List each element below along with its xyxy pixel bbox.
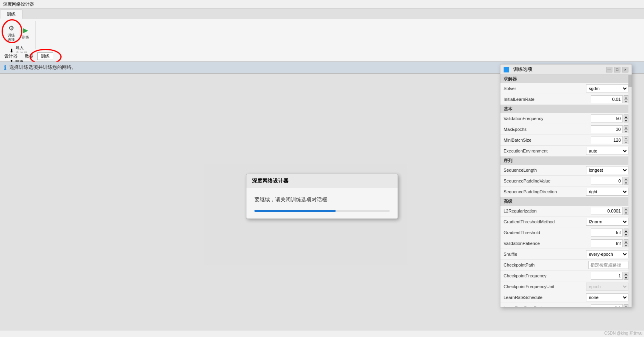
row-CheckpointPath: CheckpointPath xyxy=(500,260,632,271)
section-solver: 求解器 xyxy=(500,75,632,83)
input-InitialLearnRate[interactable] xyxy=(591,95,623,103)
input-GradientThreshold[interactable] xyxy=(591,229,623,237)
select-SequencePaddingDirection[interactable]: right left xyxy=(586,188,628,196)
spin-CheckpointFrequency: ▲ ▼ xyxy=(624,272,628,280)
input-ValidationPatience[interactable] xyxy=(591,239,623,247)
spin-LearnRateDropFactor: ▲ ▼ xyxy=(624,304,628,307)
spin-down-GradientThreshold[interactable]: ▼ xyxy=(624,233,628,237)
select-Shuffle[interactable]: every-epoch once never xyxy=(586,250,628,258)
control-ExecutionEnvironment: auto cpu gpu xyxy=(586,147,628,155)
spin-down-L2Regularization[interactable]: ▼ xyxy=(624,211,628,215)
spin-down-ValidationPatience[interactable]: ▼ xyxy=(624,243,628,247)
row-SequencePaddingDirection: SequencePaddingDirection right left xyxy=(500,187,632,197)
row-MiniBatchSize: MiniBatchSize ▲ ▼ xyxy=(500,135,632,146)
label-LearnRateDropFactor: LearnRateDropFactor xyxy=(504,306,591,307)
settings-button[interactable]: ⚙ 训练选项 xyxy=(5,22,18,43)
options-scroll[interactable]: 求解器 Solver sgdm adam rmsprop InitialLear… xyxy=(500,75,632,307)
run-button[interactable]: ▶ 训练 xyxy=(19,24,32,40)
spin-down-InitialLearnRate[interactable]: ▼ xyxy=(624,99,628,103)
select-GradientThresholdMethod[interactable]: l2norm absolute-value global-l2norm xyxy=(586,218,628,226)
label-ExecutionEnvironment: ExecutionEnvironment xyxy=(504,148,586,153)
row-InitialLearnRate: InitialLearnRate ▲ ▼ xyxy=(500,94,632,105)
spin-up-GradientThreshold[interactable]: ▲ xyxy=(624,229,628,233)
select-LearnRateSchedule[interactable]: none piecewise xyxy=(586,293,628,301)
spin-down-MaxEpochs[interactable]: ▼ xyxy=(624,129,628,133)
spin-down-SequencePaddingValue[interactable]: ▼ xyxy=(624,181,628,185)
spin-up-MiniBatchSize[interactable]: ▲ xyxy=(624,136,628,140)
select-CheckpointFrequencyUnit: epoch xyxy=(586,283,628,291)
label-CheckpointPath: CheckpointPath xyxy=(504,263,588,267)
input-CheckpointPath[interactable] xyxy=(588,261,628,269)
input-L2Regularization[interactable] xyxy=(591,207,623,215)
label-ValidationPatience: ValidationPatience xyxy=(504,241,591,246)
select-Solver[interactable]: sgdm adam rmsprop xyxy=(586,84,628,92)
input-ValidationFrequency[interactable] xyxy=(591,114,623,122)
input-MiniBatchSize[interactable] xyxy=(591,136,623,144)
control-GradientThreshold: ▲ ▼ xyxy=(591,229,628,237)
label-GradientThresholdMethod: GradientThresholdMethod xyxy=(504,219,586,224)
spin-ValidationFrequency: ▲ ▼ xyxy=(624,114,628,122)
label-MaxEpochs: MaxEpochs xyxy=(504,127,591,132)
spin-up-InitialLearnRate[interactable]: ▲ xyxy=(624,95,628,99)
section-advanced: 高级 xyxy=(500,197,632,206)
tab-train[interactable]: 训练 xyxy=(0,10,22,19)
spin-up-L2Regularization[interactable]: ▲ xyxy=(624,207,628,211)
row-ValidationPatience: ValidationPatience ▲ ▼ xyxy=(500,238,632,249)
row-LearnRateDropFactor: LearnRateDropFactor ▲ ▼ xyxy=(500,303,632,307)
settings-label: 训练选项 xyxy=(8,33,15,42)
spin-up-MaxEpochs[interactable]: ▲ xyxy=(624,125,628,129)
spin-up-ValidationFrequency[interactable]: ▲ xyxy=(624,114,628,118)
options-title: 训练选项 xyxy=(513,66,532,73)
minimize-button[interactable]: — xyxy=(606,67,612,72)
ribbon-container: 训练 ⚙ 训练选项 ▶ 训练 xyxy=(0,9,644,62)
label-SequencePaddingDirection: SequencePaddingDirection xyxy=(504,189,586,194)
window-controls: — □ × xyxy=(606,67,628,72)
input-SequencePaddingValue[interactable] xyxy=(591,177,623,185)
control-CheckpointFrequencyUnit: epoch xyxy=(586,283,628,291)
spin-up-LearnRateDropFactor[interactable]: ▲ xyxy=(624,304,628,307)
options-icon xyxy=(504,67,509,72)
select-SequenceLength[interactable]: longest shortest xyxy=(586,166,628,174)
label-GradientThreshold: GradientThreshold xyxy=(504,230,591,235)
spin-down-CheckpointFrequency[interactable]: ▼ xyxy=(624,276,628,280)
input-MaxEpochs[interactable] xyxy=(591,125,623,133)
control-MiniBatchSize: ▲ ▼ xyxy=(591,136,628,144)
run-label: 训练 xyxy=(22,35,29,40)
settings-icon: ⚙ xyxy=(6,23,16,33)
row-ValidationFrequency: ValidationFrequency ▲ ▼ xyxy=(500,113,632,124)
modal-body: 要继续，请关闭训练选项对话框. xyxy=(246,188,398,219)
section-sequence: 序列 xyxy=(500,156,632,165)
maximize-button[interactable]: □ xyxy=(614,67,620,72)
app-title: 深度网络设计器 xyxy=(3,1,34,7)
spin-L2Regularization: ▲ ▼ xyxy=(624,207,628,215)
select-ExecutionEnvironment[interactable]: auto cpu gpu xyxy=(586,147,628,155)
input-CheckpointFrequency[interactable] xyxy=(591,272,623,280)
input-LearnRateDropFactor[interactable] xyxy=(591,304,623,307)
training-options-panel: 训练选项 — □ × 求解器 Solver sgdm adam rmsprop … xyxy=(500,64,632,307)
ribbon-tabs: 训练 xyxy=(0,9,644,19)
modal-message: 要继续，请关闭训练选项对话框. xyxy=(254,196,390,203)
modal-progress xyxy=(254,210,390,212)
modal-title: 深度网络设计器 xyxy=(246,174,398,188)
tab-training-view[interactable]: 训练 xyxy=(37,52,53,60)
ribbon-group-train: ⚙ 训练选项 ▶ 训练 ⬇ 导入训练量 ⬆ xyxy=(2,21,36,49)
tab-data[interactable]: 数据 xyxy=(21,52,37,60)
spin-down-ValidationFrequency[interactable]: ▼ xyxy=(624,118,628,122)
close-x-button[interactable]: × xyxy=(622,67,628,72)
control-Solver: sgdm adam rmsprop xyxy=(586,84,628,92)
section-basic: 基本 xyxy=(500,105,632,113)
spin-up-SequencePaddingValue[interactable]: ▲ xyxy=(624,177,628,181)
row-SequenceLength: SequenceLength longest shortest xyxy=(500,165,632,176)
spin-up-CheckpointFrequency[interactable]: ▲ xyxy=(624,272,628,276)
label-InitialLearnRate: InitialLearnRate xyxy=(504,97,591,102)
spin-GradientThreshold: ▲ ▼ xyxy=(624,229,628,237)
spin-ValidationPatience: ▲ ▼ xyxy=(624,239,628,247)
label-MiniBatchSize: MiniBatchSize xyxy=(504,138,591,142)
label-LearnRateSchedule: LearnRateSchedule xyxy=(504,295,586,300)
spin-up-ValidationPatience[interactable]: ▲ xyxy=(624,239,628,243)
tab-designer[interactable]: 设计器 xyxy=(1,52,21,60)
spin-down-MiniBatchSize[interactable]: ▼ xyxy=(624,140,628,144)
row-SequencePaddingValue: SequencePaddingValue ▲ ▼ xyxy=(500,176,632,187)
spin-InitialLearnRate: ▲ ▼ xyxy=(624,95,628,103)
run-icon: ▶ xyxy=(21,25,30,35)
